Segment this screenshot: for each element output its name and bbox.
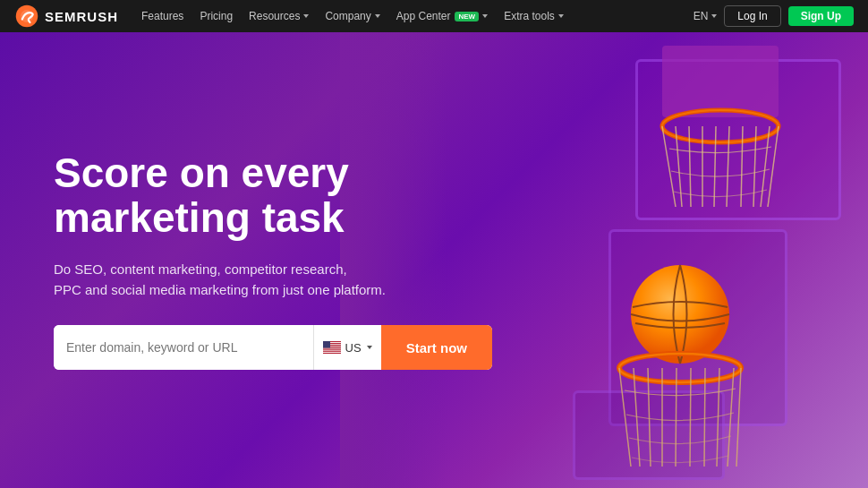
search-bar: US Start now	[54, 325, 492, 370]
svg-rect-35	[323, 348, 341, 349]
svg-rect-36	[323, 349, 341, 350]
semrush-logo-icon	[14, 4, 39, 29]
nav-app-center[interactable]: App Center New	[389, 10, 495, 22]
login-button[interactable]: Log In	[724, 5, 780, 27]
nav-resources[interactable]: Resources	[242, 10, 316, 22]
svg-line-18	[619, 368, 631, 467]
hero-content: Score on every marketing task Do SEO, co…	[0, 150, 492, 371]
svg-point-15	[631, 265, 729, 364]
nav-company[interactable]: Company	[318, 10, 387, 22]
basketball-hoop-top	[608, 41, 832, 220]
nav-links: Features Pricing Resources Company App C…	[134, 10, 694, 22]
nav-pricing[interactable]: Pricing	[192, 10, 240, 22]
svg-line-27	[736, 368, 741, 467]
hero-section: Score on every marketing task Do SEO, co…	[0, 32, 868, 488]
us-flag-icon	[323, 341, 341, 354]
svg-line-5	[662, 126, 676, 207]
search-input[interactable]	[54, 325, 313, 370]
navbar: SEMRUSH Features Pricing Resources Compa…	[0, 0, 868, 32]
svg-rect-38	[323, 351, 341, 352]
svg-line-26	[728, 368, 734, 467]
svg-rect-39	[323, 352, 341, 353]
start-now-button[interactable]: Start now	[381, 325, 492, 370]
basketball-hoop-bottom	[577, 243, 783, 475]
signup-button[interactable]: Sign Up	[788, 6, 854, 26]
svg-rect-2	[662, 46, 779, 117]
svg-line-24	[704, 368, 705, 467]
logo-area[interactable]: SEMRUSH	[14, 4, 118, 29]
chevron-down-icon	[375, 14, 380, 18]
svg-line-10	[727, 126, 729, 207]
svg-rect-40	[323, 353, 341, 354]
nav-extra-tools[interactable]: Extra tools	[497, 10, 571, 22]
country-selector[interactable]: US	[313, 325, 381, 370]
svg-line-25	[717, 368, 719, 467]
nav-features[interactable]: Features	[134, 10, 191, 22]
new-badge: New	[455, 12, 479, 21]
chevron-down-icon	[367, 346, 372, 349]
hero-subtitle: Do SEO, content marketing, competitor re…	[54, 259, 430, 301]
hero-title: Score on every marketing task	[54, 150, 492, 241]
chevron-down-icon	[711, 14, 717, 18]
svg-line-22	[676, 368, 677, 467]
svg-line-14	[768, 126, 779, 207]
chevron-down-icon	[303, 14, 309, 18]
svg-line-9	[714, 126, 716, 207]
language-selector[interactable]: EN	[694, 10, 718, 22]
semrush-logo-text: SEMRUSH	[45, 9, 118, 24]
chevron-down-icon	[482, 14, 488, 18]
svg-line-23	[690, 368, 691, 467]
svg-rect-37	[323, 350, 341, 351]
svg-rect-41	[323, 341, 330, 348]
chevron-down-icon	[558, 14, 564, 18]
country-code: US	[345, 341, 362, 355]
nav-right: EN Log In Sign Up	[694, 5, 854, 27]
